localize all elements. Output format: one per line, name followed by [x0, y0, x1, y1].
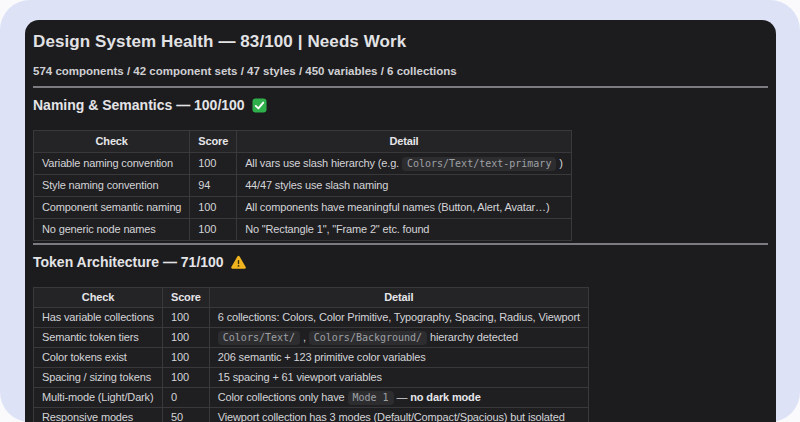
- section-divider: [33, 243, 768, 245]
- score-cell: 100: [162, 308, 209, 328]
- detail-text: 15 spacing + 61 viewport variables: [218, 371, 382, 383]
- report-card: Design System Health — 83/100 | Needs Wo…: [25, 20, 776, 422]
- code-chip: Colors/Background/: [309, 331, 427, 345]
- score-cell: 94: [190, 175, 237, 197]
- table-row: Color tokens exist100206 semantic + 123 …: [34, 348, 589, 368]
- column-header: Check: [34, 288, 163, 308]
- check-cell: Color tokens exist: [34, 348, 163, 368]
- page-title: Design System Health — 83/100 | Needs Wo…: [33, 32, 768, 52]
- score-cell: 100: [190, 153, 237, 175]
- detail-text: 6 collections: Colors, Color Primitive, …: [218, 311, 580, 323]
- detail-text: 44/47 styles use slash naming: [245, 179, 388, 191]
- table-row: Component semantic naming100All componen…: [34, 197, 572, 219]
- detail-cell: All components have meaningful names (Bu…: [237, 197, 572, 219]
- detail-text: No "Rectangle 1", "Frame 2" etc. found: [245, 223, 429, 235]
- table-row: Variable naming convention100All vars us…: [34, 153, 572, 175]
- section-heading-text: Naming & Semantics — 100/100: [33, 97, 245, 114]
- detail-text: Viewport collection has 3 modes (Default…: [218, 411, 565, 422]
- table-header-row: CheckScoreDetail: [34, 288, 589, 308]
- table-row: Has variable collections1006 collections…: [34, 308, 589, 328]
- detail-text: —: [394, 391, 411, 403]
- section-naming-semantics: Naming & Semantics — 100/100CheckScoreDe…: [33, 97, 768, 241]
- table-row: Multi-mode (Light/Dark)0Color collection…: [34, 388, 589, 408]
- detail-cell: Colors/Text/ , Colors/Background/ hierar…: [209, 328, 588, 348]
- section-table: CheckScoreDetailHas variable collections…: [33, 287, 589, 422]
- bold-text: no dark mode: [410, 391, 480, 403]
- detail-text: hierarchy detected: [427, 331, 518, 343]
- table-row: Style naming convention9444/47 styles us…: [34, 175, 572, 197]
- check-cell: Style naming convention: [34, 175, 190, 197]
- check-emoji-icon: [252, 98, 267, 113]
- score-cell: 0: [162, 388, 209, 408]
- check-cell: Variable naming convention: [34, 153, 190, 175]
- section-heading: Naming & Semantics — 100/100: [33, 97, 768, 114]
- section-token-architecture: Token Architecture — 71/100CheckScoreDet…: [33, 254, 768, 422]
- section-table: CheckScoreDetailVariable naming conventi…: [33, 130, 572, 241]
- detail-cell: 206 semantic + 123 primitive color varia…: [209, 348, 588, 368]
- score-cell: 100: [162, 328, 209, 348]
- detail-cell: No "Rectangle 1", "Frame 2" etc. found: [237, 219, 572, 241]
- section-divider: [33, 86, 768, 88]
- table-row: Responsive modes50Viewport collection ha…: [34, 408, 589, 422]
- detail-cell: Viewport collection has 3 modes (Default…: [209, 408, 588, 422]
- detail-text: 206 semantic + 123 primitive color varia…: [218, 351, 426, 363]
- warning-emoji-icon: [231, 255, 246, 270]
- score-cell: 100: [162, 368, 209, 388]
- detail-text: ,: [300, 331, 309, 343]
- code-chip: Colors/Text/: [218, 331, 300, 345]
- check-cell: Has variable collections: [34, 308, 163, 328]
- score-cell: 100: [190, 197, 237, 219]
- detail-text: All components have meaningful names (Bu…: [245, 201, 549, 213]
- detail-cell: 6 collections: Colors, Color Primitive, …: [209, 308, 588, 328]
- table-header-row: CheckScoreDetail: [34, 131, 572, 153]
- table-row: Spacing / sizing tokens10015 spacing + 6…: [34, 368, 589, 388]
- column-header: Score: [162, 288, 209, 308]
- score-cell: 100: [162, 348, 209, 368]
- column-header: Detail: [237, 131, 572, 153]
- detail-cell: All vars use slash hierarchy (e.g. Color…: [237, 153, 572, 175]
- check-cell: Component semantic naming: [34, 197, 190, 219]
- column-header: Check: [34, 131, 190, 153]
- sections: Naming & Semantics — 100/100CheckScoreDe…: [33, 86, 768, 422]
- detail-text: Color collections only have: [218, 391, 348, 403]
- check-cell: Multi-mode (Light/Dark): [34, 388, 163, 408]
- detail-text: All vars use slash hierarchy (e.g.: [245, 157, 402, 169]
- detail-cell: Color collections only have Mode 1 — no …: [209, 388, 588, 408]
- code-chip: Colors/Text/text-primary: [402, 157, 557, 171]
- score-cell: 100: [190, 219, 237, 241]
- detail-text: ): [556, 157, 562, 169]
- check-cell: No generic node names: [34, 219, 190, 241]
- stats-summary: 574 components / 42 component sets / 47 …: [33, 64, 768, 78]
- table-row: Semantic token tiers100Colors/Text/ , Co…: [34, 328, 589, 348]
- detail-cell: 15 spacing + 61 viewport variables: [209, 368, 588, 388]
- section-heading-text: Token Architecture — 71/100: [33, 254, 224, 271]
- check-cell: Spacing / sizing tokens: [34, 368, 163, 388]
- column-header: Detail: [209, 288, 588, 308]
- check-cell: Responsive modes: [34, 408, 163, 422]
- score-cell: 50: [162, 408, 209, 422]
- table-row: No generic node names100No "Rectangle 1"…: [34, 219, 572, 241]
- column-header: Score: [190, 131, 237, 153]
- code-chip: Mode 1: [348, 391, 394, 405]
- check-cell: Semantic token tiers: [34, 328, 163, 348]
- section-heading: Token Architecture — 71/100: [33, 254, 768, 271]
- detail-cell: 44/47 styles use slash naming: [237, 175, 572, 197]
